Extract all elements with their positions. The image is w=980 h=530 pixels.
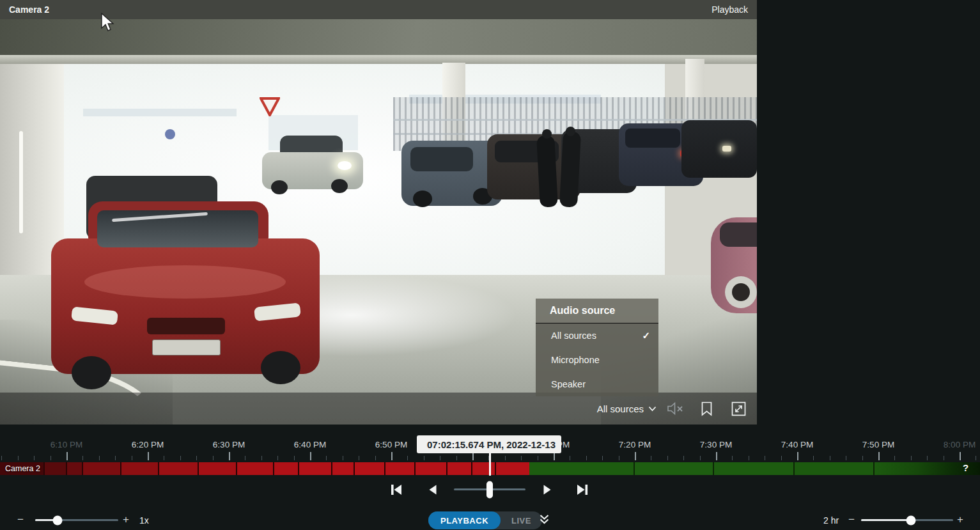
yield-sign <box>260 97 280 116</box>
timeline-segment[interactable] <box>67 462 82 475</box>
play-forward-button[interactable] <box>541 483 554 496</box>
timeline-tick <box>164 456 164 460</box>
audio-source-value: All sources <box>597 403 644 414</box>
timeline-zoom-slider[interactable] <box>35 519 118 521</box>
timeline-tick <box>619 456 619 460</box>
timeline-tick <box>391 452 393 460</box>
distant-building <box>83 109 237 116</box>
audio-menu-item-label: All sources <box>551 331 596 341</box>
current-time-box[interactable]: 07:02:15.674 PM, 2022-12-13 <box>417 435 561 453</box>
timeline-tick <box>180 456 181 460</box>
silver-car <box>262 136 363 193</box>
speed-slider-thumb[interactable] <box>486 481 493 498</box>
timeline-segment[interactable] <box>472 462 495 475</box>
collapse-panel-button[interactable] <box>539 514 550 527</box>
timeline-segment[interactable] <box>416 462 446 475</box>
timeline-time-label: 6:10 PM <box>51 440 82 449</box>
timeline-time-label: 6:20 PM <box>132 440 164 449</box>
camera-video-tile[interactable]: Camera 2 Playback All sources <box>0 0 757 425</box>
live-tab[interactable]: LIVE <box>501 516 542 526</box>
timeline-tick <box>66 452 68 460</box>
timeline-tick <box>132 456 132 460</box>
timeline-segment[interactable] <box>274 462 298 475</box>
timeline-segment[interactable] <box>795 462 873 475</box>
timeline-zoom-in-button[interactable]: + <box>123 514 129 526</box>
timeline-time-label: 7:40 PM <box>781 440 813 449</box>
timeline-tick <box>407 456 408 460</box>
timeline-playhead[interactable] <box>489 453 491 476</box>
timeline-zoom-out-button[interactable]: − <box>17 514 24 526</box>
timeline-tick <box>765 456 765 460</box>
timeline-segment[interactable] <box>355 462 384 475</box>
timeline-tick <box>781 456 782 460</box>
playback-mode-label: Playback <box>712 4 748 15</box>
chevron-down-icon <box>648 406 657 412</box>
timeline-segment[interactable] <box>45 462 66 475</box>
timeline-tick <box>797 452 798 460</box>
timeline-segment[interactable] <box>83 462 120 475</box>
timeline-segment[interactable] <box>385 462 414 475</box>
timeline-time-label: 7:30 PM <box>700 440 732 449</box>
timeline-segment[interactable] <box>714 462 793 475</box>
timeline-tick <box>115 456 116 460</box>
timeline-tick <box>813 456 814 460</box>
audio-source-dropdown[interactable]: All sources <box>597 403 657 414</box>
timeline-segment[interactable] <box>496 462 529 475</box>
fullscreen-button[interactable] <box>731 401 747 417</box>
timeline-tick <box>456 456 457 460</box>
range-slider-thumb[interactable] <box>906 515 915 525</box>
timeline-tick <box>911 456 912 460</box>
timeline-tick <box>261 456 262 460</box>
audio-menu-item[interactable]: All sources✓ <box>536 323 658 348</box>
speed-slider[interactable] <box>454 488 525 490</box>
timeline-segment[interactable] <box>447 462 471 475</box>
timeline-tick <box>570 456 570 460</box>
timeline-tick <box>667 456 668 460</box>
timeline-segment[interactable] <box>529 462 634 475</box>
timeline-time-label: 6:30 PM <box>213 440 245 449</box>
timeline-tick <box>960 452 961 460</box>
audio-menu-items: All sources✓MicrophoneSpeaker <box>536 323 658 396</box>
timeline-segment[interactable] <box>332 462 354 475</box>
current-timestamp: 07:02:15.674 PM, 2022-12-13 <box>427 439 556 450</box>
timeline-segment[interactable] <box>121 462 158 475</box>
timeline-segment[interactable] <box>237 462 273 475</box>
double-chevron-down-icon <box>539 514 550 525</box>
timeline-help-button[interactable]: ? <box>963 462 968 473</box>
timeline-tick <box>538 456 538 460</box>
check-icon: ✓ <box>642 330 650 341</box>
fullscreen-icon <box>731 401 747 417</box>
next-sequence-button[interactable] <box>575 483 590 497</box>
time-span-decrease-button[interactable]: − <box>848 514 855 526</box>
audio-menu-item[interactable]: Speaker <box>536 372 658 396</box>
bookmark-button[interactable] <box>701 401 713 416</box>
time-span-increase-button[interactable]: + <box>957 514 963 526</box>
app-window: Camera 2 Playback All sources <box>0 0 980 530</box>
timeline-segment[interactable] <box>299 462 331 475</box>
timeline-tick <box>716 452 717 460</box>
timeline-tick <box>732 456 733 460</box>
timeline-tick <box>213 456 214 460</box>
play-backward-button[interactable] <box>426 483 439 496</box>
previous-sequence-button[interactable] <box>389 483 404 497</box>
timeline-segment[interactable] <box>159 462 198 475</box>
timeline-tick <box>359 456 359 460</box>
pedestrians <box>538 132 586 208</box>
time-span-slider[interactable] <box>861 519 953 521</box>
zoom-slider-thumb[interactable] <box>53 515 63 525</box>
timeline-tick <box>18 456 19 460</box>
play-forward-icon <box>541 483 554 496</box>
timeline-tick <box>424 456 424 460</box>
playback-tab[interactable]: PLAYBACK <box>428 511 501 529</box>
timeline-tick <box>375 456 376 460</box>
timeline-segment[interactable] <box>635 462 713 475</box>
timeline-tick <box>635 452 636 460</box>
video-toolbar: All sources <box>0 393 757 425</box>
timeline-tick <box>294 456 295 460</box>
timeline-tick <box>651 456 651 460</box>
timeline-time-label: 7:20 PM <box>619 440 651 449</box>
timeline-segment[interactable] <box>199 462 236 475</box>
audio-menu-item[interactable]: Microphone <box>536 348 658 372</box>
timeline-tick <box>326 456 327 460</box>
mute-button[interactable] <box>667 401 684 416</box>
